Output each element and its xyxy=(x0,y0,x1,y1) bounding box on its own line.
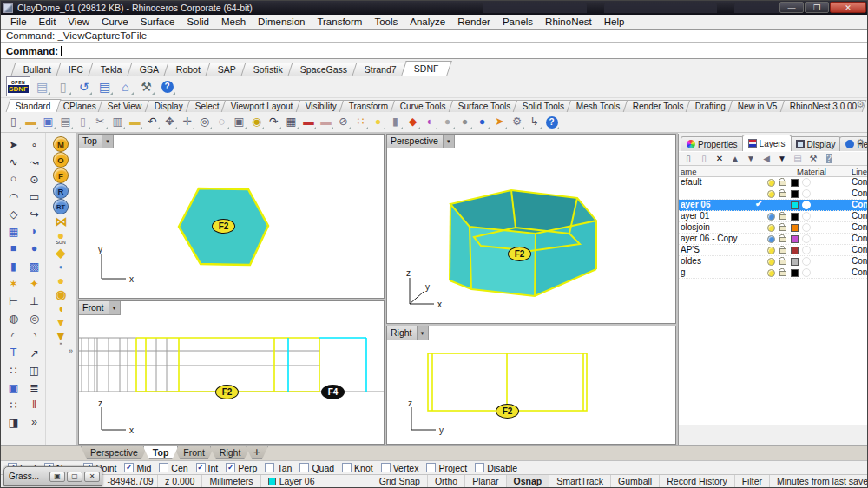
menu-item[interactable]: Edit xyxy=(33,16,62,27)
layer-material-circle[interactable] xyxy=(802,268,811,277)
layer-visibility-bulb[interactable] xyxy=(767,179,775,187)
layer-lock-icon[interactable] xyxy=(779,260,786,265)
checkbox[interactable]: ✓ xyxy=(159,463,168,472)
viewport-menu-icon[interactable]: ▾ xyxy=(102,135,113,148)
menu-item[interactable]: Dimension xyxy=(252,16,311,27)
copy-icon[interactable]: ▥ xyxy=(109,114,126,130)
viewport-label-perspective[interactable]: Perspective ▾ xyxy=(387,135,455,148)
plugin-tab[interactable]: Strand7 xyxy=(352,63,409,76)
lock-icon[interactable]: ▮ xyxy=(387,114,404,130)
ellipse-icon[interactable]: ⊙ xyxy=(25,170,43,188)
viewport-perspective[interactable]: Perspective ▾ F2 z y x xyxy=(386,134,676,324)
grass-window-button[interactable]: ▢ xyxy=(67,472,82,482)
menu-item[interactable]: Surface xyxy=(135,16,181,27)
flag-icon[interactable]: ◆ xyxy=(404,114,421,130)
curve-tools-icon[interactable]: ↪ xyxy=(25,205,43,222)
menu-item[interactable]: Mesh xyxy=(215,16,252,27)
save-icon[interactable]: ▣ xyxy=(40,114,56,130)
menu-item[interactable]: View xyxy=(62,16,95,27)
osnap-toggle[interactable]: ✓ Knot xyxy=(342,463,373,473)
sphere-icon[interactable]: ● xyxy=(25,240,43,257)
zoom-window-icon[interactable]: ◌ xyxy=(214,114,230,130)
sheet-icon[interactable]: ▤ xyxy=(791,152,805,165)
chamfer-icon[interactable]: ◝ xyxy=(25,326,43,344)
osnap-toggle[interactable]: ✓ Quad xyxy=(299,463,334,473)
toolbar-tab[interactable]: RhinoNest 3.0 00 xyxy=(780,100,867,112)
layer-lock-icon[interactable] xyxy=(779,248,786,254)
status-toggle[interactable]: Filter xyxy=(734,475,769,487)
panel-tab[interactable]: Layers xyxy=(742,135,792,151)
help-icon[interactable]: ? xyxy=(822,152,836,165)
layer-lock-icon[interactable] xyxy=(779,237,786,242)
toolbar-tab[interactable]: Render Tools xyxy=(622,100,693,112)
toolbar-tab[interactable]: Mesh Tools xyxy=(567,100,630,112)
fillet-icon[interactable]: ◜ xyxy=(4,326,23,344)
shaded-view-icon[interactable]: ▬ xyxy=(318,114,334,130)
column-linetype[interactable]: Linety xyxy=(852,167,868,176)
viewport-menu-icon[interactable]: ▾ xyxy=(443,135,454,148)
trash-icon[interactable]: ▯ xyxy=(54,77,72,96)
mirror-icon[interactable]: ◫ xyxy=(25,361,43,379)
viewport-tab[interactable]: Perspective xyxy=(81,446,148,459)
menu-item[interactable]: Help xyxy=(598,16,631,27)
rectangle-icon[interactable]: ▭ xyxy=(25,188,43,205)
layer-lock-icon[interactable] xyxy=(779,192,786,197)
more-icon[interactable]: » xyxy=(69,346,73,355)
array-icon[interactable]: ∷ xyxy=(4,361,23,379)
srf-points-icon[interactable]: ▦ xyxy=(4,222,23,240)
close-button[interactable]: ✕ xyxy=(830,2,866,13)
boolean-icon[interactable]: ◍ xyxy=(4,309,23,326)
tools-icon[interactable]: ⚒ xyxy=(137,77,155,96)
layer-visibility-bulb[interactable] xyxy=(767,235,775,243)
curve-icon[interactable]: ∿ xyxy=(4,153,23,170)
new-file-icon[interactable]: ▯ xyxy=(5,114,22,130)
block-icon[interactable]: ▣ xyxy=(4,379,23,396)
layer-visibility-bulb[interactable] xyxy=(767,258,775,266)
checkbox[interactable]: ✓ xyxy=(381,463,391,472)
minimize-button[interactable]: — xyxy=(779,2,804,13)
zoom-selected-icon[interactable]: ◉ xyxy=(248,114,265,130)
panel-tab[interactable]: Properties xyxy=(681,136,744,151)
menu-item[interactable]: Curve xyxy=(95,16,135,27)
plugin-tab[interactable]: SDNF xyxy=(401,61,451,76)
layer-row[interactable]: ayer 06 - Copy Contin xyxy=(679,234,868,245)
gold-sphere-icon[interactable]: ● xyxy=(53,274,69,287)
layer-visibility-bulb[interactable] xyxy=(767,213,775,221)
rotate-view-icon[interactable]: ✛ xyxy=(179,114,195,130)
plugin-tab[interactable]: Sofistik xyxy=(240,63,295,76)
viewport-top[interactable]: Top ▾ F2 y x xyxy=(78,134,385,299)
layer-row[interactable]: efault Contin xyxy=(679,177,868,188)
move-down-icon[interactable]: ▼ xyxy=(744,152,758,165)
current-layer-pane[interactable]: Layer 06 xyxy=(260,475,372,487)
toolbar-tab[interactable]: Solid Tools xyxy=(513,100,575,112)
status-toggle[interactable]: Osnap xyxy=(506,475,549,487)
shade-icon[interactable]: ◨ xyxy=(4,413,23,431)
status-toggle[interactable]: Planar xyxy=(464,475,505,487)
toolbar-tab[interactable]: Set View xyxy=(98,100,152,112)
lamp-icon[interactable]: ● xyxy=(370,114,386,130)
menu-item[interactable]: Analyze xyxy=(404,16,451,27)
command-input[interactable]: Command: xyxy=(1,43,868,59)
layer-material-circle[interactable] xyxy=(802,234,811,243)
osnap-toggle[interactable]: ✓ Vertex xyxy=(381,463,419,473)
diamond-icon[interactable]: ◆ xyxy=(53,246,69,260)
extrude-icon[interactable]: ◗ xyxy=(25,222,43,240)
layer-color-swatch[interactable] xyxy=(791,258,799,266)
checkbox[interactable]: ✓ xyxy=(475,463,484,472)
checkbox[interactable]: ✓ xyxy=(299,463,309,472)
viewport-tab[interactable]: Front xyxy=(174,446,214,459)
layer-color-swatch[interactable] xyxy=(791,190,799,198)
layer-lock-icon[interactable] xyxy=(779,181,786,186)
status-toggle[interactable]: SmartTrack xyxy=(549,475,610,487)
layer-visibility-bulb[interactable] xyxy=(767,190,775,198)
sdnf-logo-button[interactable]: OPEN SDNF xyxy=(6,76,30,96)
expand-icon[interactable]: ◀ xyxy=(760,152,773,165)
explode-2-icon[interactable]: ✦ xyxy=(25,274,43,292)
undo-icon[interactable]: ↶ xyxy=(144,114,161,130)
color-wheel-icon[interactable]: ◐ xyxy=(422,114,438,130)
split-icon[interactable]: ⊥ xyxy=(25,292,43,309)
menu-item[interactable]: Transform xyxy=(311,16,368,27)
box-icon[interactable]: ■ xyxy=(4,240,23,257)
layer-lock-icon[interactable] xyxy=(779,214,786,220)
units[interactable]: Millimeters xyxy=(201,475,260,487)
